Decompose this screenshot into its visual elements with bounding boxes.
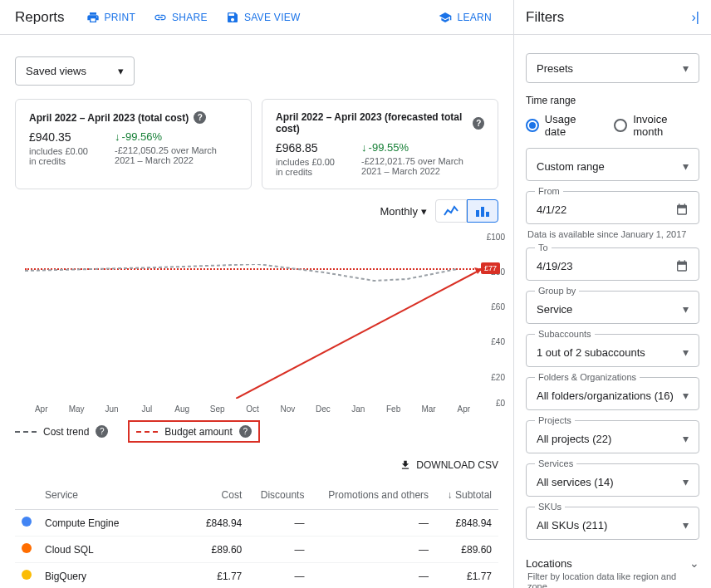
cost-table: Service Cost Discounts Promotions and ot… (15, 481, 498, 588)
from-hint: Data is available since January 1, 2017 (527, 229, 699, 239)
table-row[interactable]: BigQuery£1.77——£1.77 (15, 563, 498, 589)
table-row[interactable]: Cloud SQL£89.60——£89.60 (15, 537, 498, 563)
print-icon (86, 11, 100, 24)
share-button[interactable]: SHARE (147, 6, 214, 29)
print-button[interactable]: PRINT (80, 6, 143, 29)
arrow-down-icon: ↓ (115, 130, 120, 143)
to-date-field[interactable]: To4/19/23 (526, 247, 699, 281)
help-icon[interactable]: ? (96, 425, 108, 438)
legend-cost-trend: Cost trend? (15, 425, 108, 438)
arrow-down-icon: ↓ (361, 141, 367, 154)
line-view-button[interactable] (435, 199, 467, 223)
delta-down: ↓-99.56% (115, 130, 238, 143)
sort-icon[interactable]: ↓ (448, 489, 453, 501)
line-chart-icon (444, 205, 458, 217)
download-csv-button[interactable]: DOWNLOAD CSV (0, 449, 513, 481)
folders-dropdown[interactable]: Folders & OrganizationsAll folders/organ… (526, 377, 699, 410)
help-icon[interactable]: ? (194, 111, 206, 124)
saved-views-dropdown[interactable]: Saved views▾ (15, 56, 135, 86)
projects-dropdown[interactable]: ProjectsAll projects (22)▾ (526, 420, 699, 453)
services-dropdown[interactable]: ServicesAll services (14)▾ (526, 463, 699, 497)
help-icon[interactable]: ? (473, 117, 484, 130)
cost-chart: £100 £80 £60 £40 £20 £0 £77 AprMayJunJul… (0, 229, 513, 414)
time-grain-dropdown[interactable]: Monthly ▾ (380, 205, 427, 218)
filters-header: Filters ›| (514, 0, 711, 35)
link-icon (154, 11, 167, 24)
from-date-field[interactable]: From4/1/22 (526, 191, 699, 224)
subaccounts-dropdown[interactable]: Subaccounts1 out of 2 subaccounts▾ (526, 334, 699, 367)
caret-down-icon: ▾ (118, 65, 124, 77)
save-icon (226, 11, 239, 24)
bar-chart-icon (475, 205, 490, 217)
legend-budget-highlight: Budget amount? (128, 420, 259, 443)
collapse-icon[interactable]: ›| (692, 10, 699, 25)
page-title: Reports (15, 9, 65, 26)
custom-range-dropdown[interactable]: Custom range▾ (526, 148, 699, 181)
learn-button[interactable]: LEARN (432, 6, 498, 29)
total-cost-card: April 2022 – April 2023 (total cost)? £9… (15, 99, 252, 189)
skus-dropdown[interactable]: SKUsAll SKUs (211)▾ (526, 507, 699, 540)
presets-dropdown[interactable]: Presets▾ (526, 53, 699, 83)
calendar-icon (675, 259, 689, 272)
svg-rect-0 (476, 210, 479, 217)
learn-icon (439, 11, 452, 24)
svg-rect-2 (486, 212, 489, 217)
svg-rect-1 (481, 207, 484, 217)
calendar-icon (675, 203, 689, 216)
topbar: Reports PRINT SHARE SAVE VIEW LEARN (0, 0, 513, 35)
help-icon[interactable]: ? (239, 425, 252, 438)
usage-date-radio[interactable]: Usage date (526, 113, 599, 138)
table-row[interactable]: Compute Engine£848.94——£848.94 (15, 510, 498, 537)
download-icon (400, 459, 411, 471)
save-view-button[interactable]: SAVE VIEW (219, 6, 307, 29)
time-range-label: Time range (526, 95, 699, 106)
bar-view-button[interactable] (467, 199, 498, 223)
budget-tag: £77 (481, 262, 500, 274)
group-by-dropdown[interactable]: Group byService▾ (526, 291, 699, 324)
invoice-month-radio[interactable]: Invoice month (614, 113, 699, 138)
forecast-cost-card: April 2022 – April 2023 (forecasted tota… (262, 99, 498, 189)
